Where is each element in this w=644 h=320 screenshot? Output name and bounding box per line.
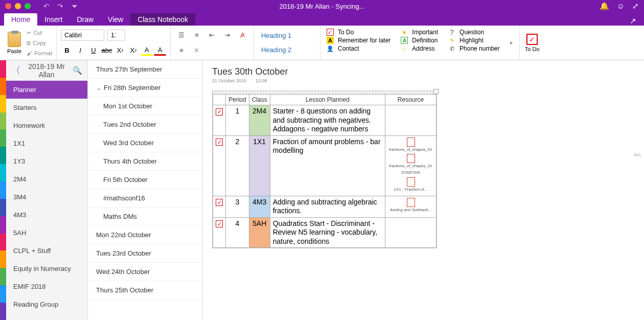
resource-cell[interactable] <box>385 105 436 136</box>
tag-highlight[interactable]: ✎Highlight <box>448 37 500 44</box>
page-title[interactable]: Tues 30th October <box>212 66 635 77</box>
todo-checkbox[interactable]: ✓ <box>216 139 223 146</box>
page-item[interactable]: Wed 24th October <box>88 263 202 281</box>
page-item[interactable]: Mon 22nd October <box>88 226 202 244</box>
page-item[interactable]: Tues 2nd October <box>88 116 202 134</box>
tag-definition[interactable]: ADefinition <box>401 37 438 44</box>
file-attachment[interactable]: Adding and Subtracti... <box>388 198 433 213</box>
section-1y3[interactable]: 1Y3 <box>6 152 87 170</box>
table-row[interactable]: ✓34M3Adding and subtracting algebraic fr… <box>213 196 436 217</box>
page-item[interactable]: #mathsconf16 <box>88 189 202 208</box>
tag-address[interactable]: ⌂Address <box>401 45 438 52</box>
section-homework[interactable]: Homework <box>6 117 87 134</box>
back-icon[interactable]: 〈 <box>11 64 20 77</box>
todo-checkbox[interactable]: ✓ <box>216 199 223 206</box>
resource-cell[interactable]: Adding and Subtracti... <box>385 196 436 217</box>
page-item[interactable]: Wed 3rd October <box>88 134 202 152</box>
section-equity-in-numeracy[interactable]: Equity in Numeracy <box>6 260 87 278</box>
section-clpl-stuff[interactable]: CLPL + Stuff <box>6 242 87 260</box>
tab-insert[interactable]: Insert <box>37 13 70 26</box>
section-3m4[interactable]: 3M4 <box>6 188 87 206</box>
tab-draw[interactable]: Draw <box>70 13 101 26</box>
close-window[interactable] <box>5 3 11 9</box>
resource-cell[interactable] <box>385 217 436 248</box>
page-item[interactable]: Tues 23rd October <box>88 244 202 263</box>
qat-menu-icon[interactable]: ⏷ <box>71 2 78 10</box>
tab-home[interactable]: Home <box>4 13 37 26</box>
notebook-title[interactable]: 2018-19 Mr Allan <box>20 62 73 79</box>
lesson-cell[interactable]: Starter - 8 questions on adding and subt… <box>270 105 385 136</box>
redo-icon[interactable]: ↷ <box>57 2 63 10</box>
account-icon[interactable]: ☺ <box>617 2 625 11</box>
page-item[interactable]: Fri 5th October <box>88 171 202 189</box>
tag-contact[interactable]: 👤Contact <box>327 45 390 52</box>
outdent-button[interactable]: ⇤ <box>205 30 219 41</box>
todo-checkbox-icon[interactable]: ✓ <box>526 34 538 45</box>
tab-class-notebook[interactable]: Class Notebook <box>130 13 195 26</box>
style-heading2[interactable]: Heading 2 <box>261 46 313 54</box>
align-button[interactable]: ≡ <box>175 44 188 56</box>
section-4m3[interactable]: 4M3 <box>6 206 87 224</box>
tag-remember-for-later[interactable]: ARemember for later <box>327 37 390 44</box>
page-item[interactable]: Mon 1st October <box>88 97 202 116</box>
notifications-icon[interactable]: 🔔 <box>600 2 609 11</box>
note-container[interactable]: Period Class Lesson Planned Resource ✓12… <box>212 90 437 248</box>
table-row[interactable]: ✓45AHQuadratics Start - Discriminant - R… <box>213 217 436 248</box>
table-row[interactable]: ✓12M4Starter - 8 questions on adding and… <box>213 105 436 136</box>
subscript-button[interactable]: X2 <box>114 44 126 56</box>
tag-to-do[interactable]: ✓To Do <box>327 29 390 36</box>
minimize-window[interactable] <box>15 3 21 9</box>
table-row[interactable]: ✓21X1Fraction of amount problems - bar m… <box>213 135 436 196</box>
tag-phone-number[interactable]: ✆Phone number <box>448 45 500 52</box>
section-emif-2018[interactable]: EMIF 2018 <box>6 278 87 295</box>
page-item[interactable]: Fri 28th September <box>88 79 202 97</box>
clear-format-button[interactable]: A̷ <box>236 30 249 41</box>
todo-checkbox[interactable]: ✓ <box>216 108 223 116</box>
indent-button[interactable]: ⇥ <box>221 30 234 41</box>
tab-view[interactable]: View <box>101 13 130 26</box>
tag-question[interactable]: ?Question <box>448 29 500 36</box>
numbering-button[interactable]: ≡ <box>190 30 203 41</box>
section-reading-group[interactable]: Reading Group <box>6 295 87 313</box>
lesson-cell[interactable]: Quadratics Start - Discriminant - Review… <box>270 217 385 248</box>
section-2m4[interactable]: 2M4 <box>6 170 87 188</box>
page-item[interactable]: Thurs 4th October <box>88 152 202 171</box>
section-5ah[interactable]: 5AH <box>6 224 87 242</box>
file-attachment[interactable]: fractions_of_shapes_01 <box>388 138 433 152</box>
search-icon[interactable]: 🔍 <box>73 66 82 75</box>
share-icon[interactable]: ↗ <box>630 16 636 26</box>
font-name-select[interactable] <box>61 30 104 41</box>
section-planner[interactable]: Planner <box>6 81 87 99</box>
delete-button[interactable]: ✕ <box>190 44 203 56</box>
copy-button[interactable]: ⧉Copy <box>27 40 52 47</box>
file-attachment[interactable]: fractions_of_shapes_01 <box>388 154 433 169</box>
highlight-button[interactable]: A <box>141 44 153 56</box>
cut-button[interactable]: ✂Cut <box>27 30 52 36</box>
note-canvas[interactable]: Tues 30th October 21 October 2015 12:08 … <box>203 60 644 320</box>
font-color-button[interactable]: A <box>154 44 166 56</box>
paste-button[interactable]: Paste <box>4 28 25 58</box>
underline-button[interactable]: U <box>87 44 100 56</box>
font-size-select[interactable] <box>107 30 125 41</box>
strikethrough-button[interactable]: abc <box>101 44 113 56</box>
section-1x1[interactable]: 1X1 <box>6 134 87 152</box>
tags-more-icon[interactable]: ▸ <box>510 29 513 57</box>
lesson-cell[interactable]: Fraction of amount problems - bar modell… <box>270 135 385 196</box>
file-attachment[interactable]: 1X1 - Fraction of... <box>388 177 433 192</box>
planner-table[interactable]: Period Class Lesson Planned Resource ✓12… <box>213 94 436 248</box>
italic-button[interactable]: I <box>74 44 86 56</box>
section-starters[interactable]: Starters <box>6 99 87 117</box>
style-heading1[interactable]: Heading 1 <box>261 32 313 39</box>
format-painter-button[interactable]: 🖌Format <box>27 50 52 56</box>
fullscreen-icon[interactable]: ⤢ <box>632 2 639 11</box>
page-item[interactable]: Maths DMs <box>88 208 202 226</box>
bullets-button[interactable]: ☰ <box>175 30 188 41</box>
todo-checkbox[interactable]: ✓ <box>216 220 223 227</box>
lesson-cell[interactable]: Adding and subtracting algebraic fractio… <box>270 196 385 217</box>
bold-button[interactable]: B <box>61 44 73 56</box>
page-item[interactable]: Thurs 27th September <box>88 60 202 79</box>
tag-important[interactable]: ★Important <box>401 29 438 36</box>
resource-cell[interactable]: fractions_of_shapes_01fractions_of_shape… <box>385 135 436 196</box>
undo-icon[interactable]: ↶ <box>43 2 50 10</box>
zoom-window[interactable] <box>25 3 31 9</box>
